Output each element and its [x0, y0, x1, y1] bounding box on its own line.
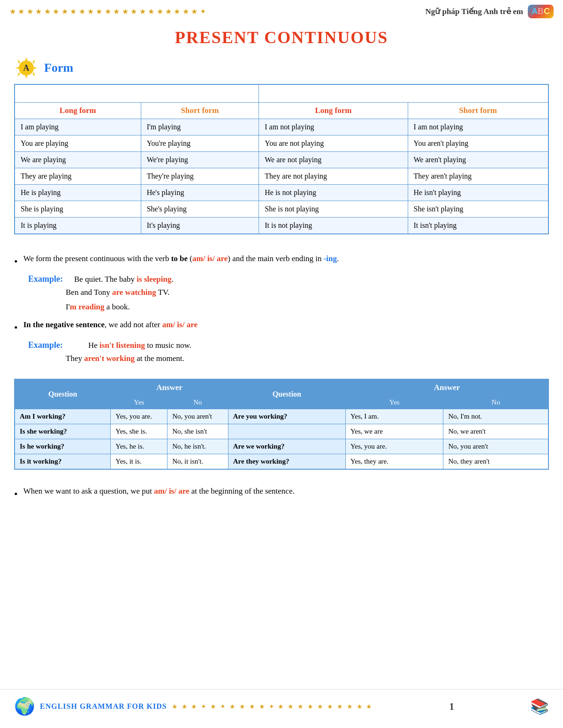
example-line-1: Be quiet. The baby is sleeping.	[74, 275, 174, 284]
neg-long-form-header: Long form	[259, 103, 408, 119]
qa-question-left: Is it working?	[15, 454, 111, 469]
qa-yes-left-cell: Yes, it is.	[111, 454, 167, 469]
am-is-are-3: am/ is/ are	[154, 487, 189, 495]
qa-table-container: Question Answer Question Answer Yes No Y…	[0, 379, 563, 470]
qa-yes-right: Yes	[346, 396, 443, 409]
qa-no-left-cell: No, she isn't	[167, 424, 228, 439]
example-neg-line-2: They aren't working at the moment.	[66, 352, 549, 365]
neg-long-cell: You are not playing	[259, 135, 408, 152]
qa-yes-left-cell: Yes, he is.	[111, 439, 167, 454]
bullet-item-3: • When we want to ask a question, we put…	[14, 485, 549, 502]
abc-text: ABC	[532, 7, 550, 16]
aff-short-cell: You're playing	[141, 135, 259, 152]
qa-table-row: Is it working?Yes, it is.No, it isn't.Ar…	[15, 454, 548, 469]
am-is-are-highlight: am/ is/ are	[192, 254, 228, 263]
aff-short-cell: We're playing	[141, 152, 259, 168]
sun-icon: A	[14, 56, 38, 80]
example-label-1: Example:	[28, 274, 63, 284]
m-reading: m reading	[70, 302, 105, 311]
qa-no-left-cell: No, you aren't	[167, 409, 228, 424]
affirmative-header: Affirmative	[15, 84, 259, 103]
qa-question-right: Are we working?	[228, 439, 345, 454]
footer-logo: 🌍	[14, 697, 35, 716]
qa-table-body: Am I working?Yes, you are.No, you aren't…	[15, 409, 548, 469]
to-be-text: to be	[171, 254, 188, 263]
qa-no-right-cell: No, we aren't	[443, 424, 548, 439]
main-title-area: PRESENT CONTINUOUS	[0, 21, 563, 52]
example-line-2: Ben and Tony are watching TV.	[66, 286, 549, 299]
example-block-1: Example: Be quiet. The baby is sleeping.…	[28, 274, 549, 313]
negative-header: Negative	[259, 84, 548, 103]
qa-question-header-left: Question	[15, 379, 111, 409]
svg-marker-4	[17, 59, 20, 64]
svg-marker-6	[17, 72, 20, 77]
qa-yes-right-cell: Yes, we are	[346, 424, 443, 439]
neg-short-cell: He isn't playing	[408, 185, 548, 201]
bullet-dot-3: •	[14, 486, 18, 502]
aff-long-cell: They are playing	[15, 168, 141, 185]
qa-yes-right-cell: Yes, I am.	[346, 409, 443, 424]
footer-brand: ENGLISH GRAMMAR FOR KIDS	[40, 702, 167, 711]
table-row: I am playingI'm playingI am not playingI…	[15, 119, 548, 135]
aff-long-cell: I am playing	[15, 119, 141, 135]
svg-marker-1	[25, 75, 27, 79]
aff-long-form-header: Long form	[15, 103, 141, 119]
conjugation-table: Affirmative Negative Long form Short for…	[14, 84, 549, 234]
qa-table-header-row-1: Question Answer Question Answer	[15, 379, 548, 396]
neg-short-cell: She isn't playing	[408, 201, 548, 218]
aff-short-cell: It's playing	[141, 218, 259, 234]
page-header: ★ ★ ★ ★ ★ ★ ★ ★ ★ ★ ★ ★ ★ ★ ★ ★ ★ ★ ★ ★ …	[0, 0, 563, 21]
qa-no-left-cell: No, it isn't.	[167, 454, 228, 469]
main-title: PRESENT CONTINUOUS	[0, 28, 563, 47]
aff-long-cell: We are playing	[15, 152, 141, 168]
qa-question-right: Are you working?	[228, 409, 345, 424]
bullet-dot-2: •	[14, 319, 18, 336]
section-a-title: Form	[44, 61, 73, 75]
table-row: It is playingIt's playingIt is not playi…	[15, 218, 548, 234]
content-area-1: • We form the present continuous with th…	[0, 243, 563, 373]
page-footer: 🌍 ENGLISH GRAMMAR FOR KIDS ★ ★ ★ ✦ ★ ✦ ★…	[0, 689, 563, 723]
aff-short-cell: I'm playing	[141, 119, 259, 135]
qa-yes-right-cell: Yes, you are.	[346, 439, 443, 454]
example-label-2: Example:	[28, 340, 63, 350]
svg-marker-5	[32, 59, 35, 64]
qa-question-left: Is she working?	[15, 424, 111, 439]
qa-yes-left-cell: Yes, she is.	[111, 424, 167, 439]
neg-short-cell: You aren't playing	[408, 135, 548, 152]
neg-short-cell: It isn't playing	[408, 218, 548, 234]
neg-long-cell: It is not playing	[259, 218, 408, 234]
aff-long-cell: It is playing	[15, 218, 141, 234]
neg-short-cell: I am not playing	[408, 119, 548, 135]
bullet-3-text: When we want to ask a question, we put a…	[23, 485, 295, 497]
qa-no-right-cell: No, you aren't	[443, 439, 548, 454]
table-row: You are playingYou're playingYou are not…	[15, 135, 548, 152]
qa-question-left: Am I working?	[15, 409, 111, 424]
svg-marker-7	[32, 72, 35, 77]
abc-badge: ABC	[528, 5, 554, 18]
svg-marker-3	[34, 67, 38, 69]
bullet-1-text: We form the present continuous with the …	[23, 252, 339, 265]
table-row: He is playingHe's playingHe is not playi…	[15, 185, 548, 201]
page-number: 1	[449, 701, 454, 712]
qa-question-header-right: Question	[228, 379, 345, 409]
qa-no-left-cell: No, he isn't.	[167, 439, 228, 454]
qa-table-row: Am I working?Yes, you are.No, you aren't…	[15, 409, 548, 424]
footer-book-icon: 📚	[530, 698, 549, 715]
example-line-3: I'm reading a book.	[66, 300, 549, 313]
qa-no-left: No	[167, 396, 228, 409]
qa-no-right-cell: No, I'm not.	[443, 409, 548, 424]
qa-table-row: Is he working?Yes, he is.No, he isn't.Ar…	[15, 439, 548, 454]
star-icon: ★ ★ ★ ★ ★ ★ ★ ★ ★ ★ ★ ★ ★ ★ ★ ★ ★ ★ ★ ★ …	[9, 7, 206, 16]
bullet-dot-1: •	[14, 253, 18, 270]
header-title: Ngữ pháp Tiếng Anh trẻ em	[426, 7, 523, 16]
is-sleeping: is sleeping	[137, 275, 171, 284]
aff-short-cell: He's playing	[141, 185, 259, 201]
neg-long-cell: We are not playing	[259, 152, 408, 168]
bullet-2-text: In the negative sentence, we add not aft…	[23, 318, 198, 331]
aff-short-form-header: Short form	[141, 103, 259, 119]
table-subheaders: Long form Short form Long form Short for…	[15, 103, 548, 119]
table-row: They are playingThey're playingThey are …	[15, 168, 548, 185]
ing-highlight: -ing	[324, 254, 337, 263]
aff-long-cell: He is playing	[15, 185, 141, 201]
content-area-3: • When we want to ask a question, we put…	[0, 475, 563, 511]
